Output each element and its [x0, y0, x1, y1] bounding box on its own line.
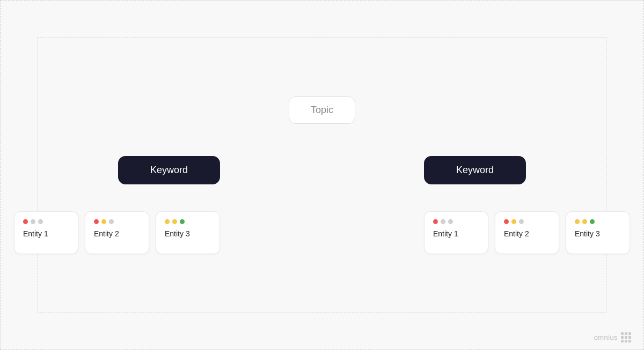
branding-grid-icon	[621, 332, 631, 342]
entity-label: Entity 2	[94, 229, 140, 238]
entity-dots	[94, 219, 140, 224]
entity-card[interactable]: Entity 3	[156, 211, 220, 254]
entity-label: Entity 2	[504, 229, 550, 238]
branding: omnius	[594, 332, 631, 342]
keyword-label-left: Keyword	[150, 165, 188, 175]
topic-label: Topic	[311, 105, 333, 115]
entity-card[interactable]: Entity 1	[14, 211, 78, 254]
entity-card[interactable]: Entity 2	[495, 211, 559, 254]
topic-node[interactable]: Topic	[289, 96, 355, 124]
dot-green	[590, 219, 595, 224]
dot-gray	[519, 219, 524, 224]
dot-red	[504, 219, 509, 224]
entity-label: Entity 1	[433, 229, 479, 238]
topic-row: Topic	[289, 96, 355, 124]
entity-label: Entity 1	[23, 229, 69, 238]
dot-gray	[448, 219, 453, 224]
dot-red	[433, 219, 438, 224]
dot-yellow	[165, 219, 170, 224]
keywords-row: Keyword Keyword	[118, 156, 526, 184]
entity-dots	[575, 219, 621, 224]
dot-gray	[109, 219, 114, 224]
dot-gray	[31, 219, 35, 224]
dot-yellow	[582, 219, 587, 224]
dot-gray	[38, 219, 43, 224]
keyword-node-left[interactable]: Keyword	[118, 156, 220, 184]
diagram-layout: Topic Keyword Keyword Entity 1	[0, 0, 644, 350]
dot-green	[180, 219, 185, 224]
entities-section: Entity 1 Entity 2 Entity 3	[14, 211, 630, 254]
entity-dots	[23, 219, 69, 224]
entity-card[interactable]: Entity 1	[424, 211, 488, 254]
entity-card[interactable]: Entity 2	[85, 211, 149, 254]
entity-row-right: Entity 1 Entity 2 Entity 3	[424, 211, 630, 254]
keyword-node-right[interactable]: Keyword	[424, 156, 526, 184]
dot-red	[94, 219, 99, 224]
entity-row-left: Entity 1 Entity 2 Entity 3	[14, 211, 220, 254]
dot-red	[23, 219, 28, 224]
entity-dots	[504, 219, 550, 224]
entity-label: Entity 3	[575, 229, 621, 238]
dot-yellow	[511, 219, 516, 224]
entity-dots	[165, 219, 211, 224]
keyword-label-right: Keyword	[456, 165, 494, 175]
entity-label: Entity 3	[165, 229, 211, 238]
dot-yellow	[172, 219, 177, 224]
dot-yellow	[575, 219, 580, 224]
entity-card[interactable]: Entity 3	[566, 211, 630, 254]
dot-gray	[441, 219, 445, 224]
entity-dots	[433, 219, 479, 224]
branding-text: omnius	[594, 333, 618, 341]
dot-yellow	[101, 219, 106, 224]
